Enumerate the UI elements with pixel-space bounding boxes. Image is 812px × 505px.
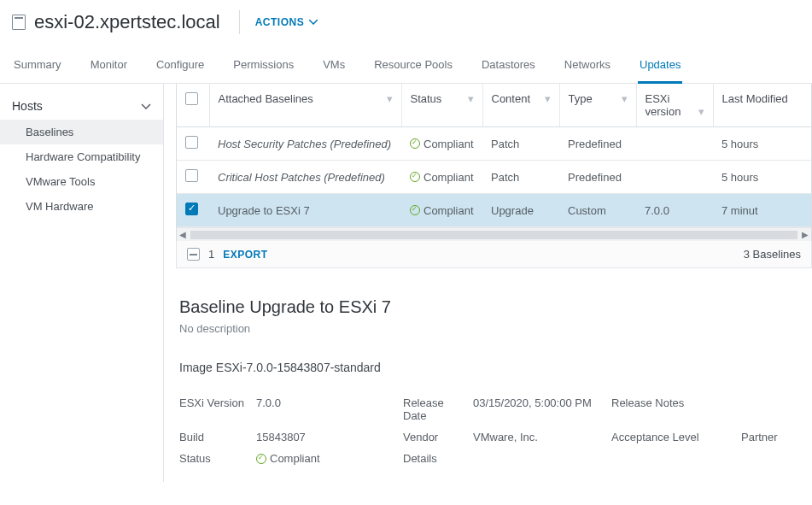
- cell-status: Compliant: [410, 138, 474, 150]
- host-icon: [12, 15, 26, 30]
- checkbox-indeterminate[interactable]: [187, 248, 200, 261]
- tab-updates[interactable]: Updates: [638, 51, 682, 84]
- tab-configure[interactable]: Configure: [155, 51, 206, 83]
- lbl-details: Details: [403, 452, 463, 465]
- cell-content: Patch: [482, 127, 559, 161]
- table-row[interactable]: Upgrade to ESXi 7CompliantUpgradeCustom7…: [177, 194, 811, 227]
- table-row[interactable]: Critical Host Patches (Predefined)Compli…: [177, 161, 811, 194]
- val-vendor: VMware, Inc.: [473, 431, 601, 443]
- row-checkbox[interactable]: [185, 136, 198, 149]
- filter-icon[interactable]: ▾: [622, 92, 628, 105]
- col-type: Type: [569, 92, 593, 105]
- tab-networks[interactable]: Networks: [563, 51, 612, 83]
- cell-type: Custom: [559, 194, 636, 227]
- filter-icon[interactable]: ▾: [387, 92, 393, 105]
- lbl-build: Build: [179, 431, 246, 443]
- cell-name: Critical Host Patches (Predefined): [209, 161, 401, 194]
- filter-icon[interactable]: ▾: [698, 105, 704, 118]
- row-checkbox[interactable]: [185, 169, 198, 182]
- cell-esxi: [636, 161, 713, 194]
- cell-modified: 7 minut: [713, 194, 811, 227]
- sidebar-item-baselines[interactable]: Baselines: [0, 120, 163, 144]
- cell-type: Predefined: [559, 127, 636, 161]
- col-baselines: Attached Baselines: [219, 92, 313, 105]
- cell-content: Upgrade: [482, 194, 559, 227]
- tab-permissions[interactable]: Permissions: [231, 51, 295, 83]
- cell-esxi: [636, 127, 713, 161]
- cell-name: Upgrade to ESXi 7: [209, 194, 401, 227]
- checkbox-all[interactable]: [185, 92, 198, 105]
- scroll-left-icon[interactable]: ◀: [177, 230, 189, 239]
- val-esxi-version: 7.0.0: [256, 396, 393, 422]
- divider: [239, 10, 240, 34]
- export-button[interactable]: EXPORT: [223, 249, 267, 261]
- cell-type: Predefined: [559, 161, 636, 194]
- horizontal-scrollbar[interactable]: ◀ ▶: [177, 227, 811, 241]
- col-content: Content: [492, 92, 531, 105]
- image-name: Image ESXi-7.0.0-15843807-standard: [179, 361, 809, 374]
- tab-datastores[interactable]: Datastores: [480, 51, 537, 83]
- check-circle-icon: [410, 205, 420, 215]
- scroll-track[interactable]: [190, 231, 797, 239]
- detail-title: Baseline Upgrade to ESXi 7: [179, 297, 809, 317]
- cell-status: Compliant: [410, 204, 474, 217]
- sidebar-heading: Hosts: [12, 99, 43, 113]
- tab-vms[interactable]: VMs: [321, 51, 347, 83]
- cell-modified: 5 hours: [713, 127, 811, 161]
- val-status: Compliant: [256, 452, 393, 465]
- sidebar-item-vmware-tools[interactable]: VMware Tools: [0, 169, 163, 194]
- val-release-notes: [741, 396, 812, 422]
- sidebar-heading-row[interactable]: Hosts: [0, 92, 163, 120]
- cell-name: Host Security Patches (Predefined): [209, 127, 401, 161]
- cell-esxi: 7.0.0: [636, 194, 713, 227]
- col-esxi: ESXi version: [646, 92, 681, 118]
- row-checkbox[interactable]: [185, 203, 198, 215]
- actions-dropdown[interactable]: ACTIONS: [255, 16, 318, 28]
- tab-monitor[interactable]: Monitor: [89, 51, 129, 83]
- tab-bar: SummaryMonitorConfigurePermissionsVMsRes…: [0, 43, 812, 84]
- lbl-status: Status: [179, 452, 246, 465]
- col-status: Status: [411, 92, 442, 105]
- filter-icon[interactable]: ▾: [468, 92, 474, 105]
- cell-status: Compliant: [410, 171, 474, 184]
- cell-content: Patch: [482, 161, 559, 194]
- cell-modified: 5 hours: [713, 161, 811, 194]
- table-footer: 1 EXPORT 3 Baselines: [176, 241, 812, 268]
- selected-count: 1: [208, 248, 214, 261]
- check-circle-icon: [410, 172, 420, 182]
- val-acceptance: Partner: [741, 431, 812, 443]
- sidebar-item-vm-hardware[interactable]: VM Hardware: [0, 194, 163, 219]
- sidebar: Hosts BaselinesHardware CompatibilityVMw…: [0, 84, 164, 482]
- col-modified: Last Modified: [722, 92, 788, 105]
- lbl-release-date: Release Date: [403, 396, 463, 422]
- total-baselines: 3 Baselines: [744, 248, 801, 261]
- val-details: [473, 452, 601, 465]
- tab-resource-pools[interactable]: Resource Pools: [372, 51, 454, 83]
- detail-description: No description: [179, 322, 809, 335]
- val-release-date: 03/15/2020, 5:00:00 PM: [473, 396, 601, 422]
- chevron-down-icon: [141, 103, 151, 109]
- lbl-vendor: Vendor: [403, 431, 463, 443]
- baselines-table: Attached Baselines▾ Status▾ Content▾ Typ…: [177, 84, 811, 227]
- lbl-release-notes: Release Notes: [611, 396, 731, 422]
- page-title: esxi-02.xpertstec.local: [34, 11, 220, 33]
- actions-label: ACTIONS: [255, 16, 305, 28]
- val-build: 15843807: [256, 431, 393, 443]
- scroll-right-icon[interactable]: ▶: [799, 230, 811, 239]
- sidebar-item-hardware-compatibility[interactable]: Hardware Compatibility: [0, 144, 163, 169]
- tab-summary[interactable]: Summary: [12, 51, 63, 83]
- check-circle-icon: [410, 138, 420, 149]
- lbl-acceptance: Acceptance Level: [611, 431, 731, 443]
- chevron-down-icon: [309, 20, 318, 25]
- check-circle-icon: [256, 454, 266, 464]
- table-row[interactable]: Host Security Patches (Predefined)Compli…: [177, 127, 811, 161]
- lbl-esxi-version: ESXi Version: [179, 396, 246, 422]
- filter-icon[interactable]: ▾: [545, 92, 551, 105]
